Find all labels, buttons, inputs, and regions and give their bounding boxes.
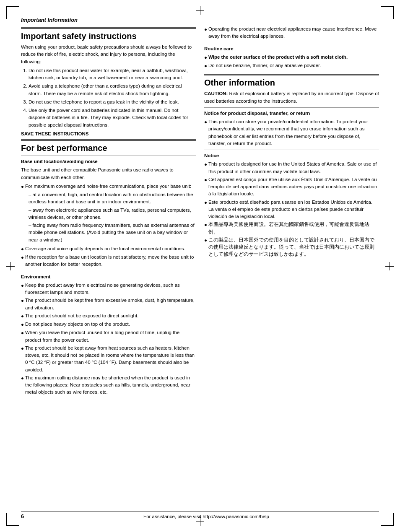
notice-bullet-2: ● Cet appareil est conçu pour être utili… [204, 176, 379, 198]
routine-bullet-2: ● Do not use benzine, thinner, or any ab… [204, 62, 379, 70]
safety-intro: When using your product, basic safety pr… [21, 44, 196, 65]
corner-mark-tr [381, 6, 394, 19]
other-information-title: Other information [204, 78, 379, 88]
corner-mark-tl [6, 6, 19, 19]
save-instructions: SAVE THESE INSTRUCTIONS [21, 130, 196, 138]
notice-bullet-1: ● This product is designed for use in th… [204, 161, 379, 175]
disposal-heading: Notice for product disposal, transfer, o… [204, 110, 379, 117]
dash-item-3: facing away from radio frequency transmi… [29, 222, 196, 244]
bullet-dot-1: ● [21, 183, 24, 190]
thin-rule-2 [21, 271, 196, 271]
bullet-dot-2: ● [21, 246, 24, 253]
left-column: Important safety instructions When using… [21, 26, 196, 397]
bullet-max-coverage: ● For maximum coverage and noise-free co… [21, 183, 196, 190]
caution-text: CAUTION: Risk of explosion if battery is… [204, 90, 379, 105]
two-col-layout: Important safety instructions When using… [21, 26, 379, 397]
env-bullet-6: ● The product should be kept away from h… [21, 345, 196, 374]
safety-item-4: Use only the power cord and batteries in… [29, 107, 196, 129]
thick-rule-2 [21, 139, 196, 141]
right-column: ● Operating the product near electrical … [204, 26, 379, 397]
thin-rule-4 [204, 107, 379, 108]
caution-bold: CAUTION: [204, 91, 228, 96]
footer-page-number: 6 [21, 513, 34, 519]
notice-bullet-3: ● Este producto está diseñado para usars… [204, 199, 379, 221]
safety-item-2: Avoid using a telephone (other than a co… [29, 83, 196, 97]
thick-rule-1 [21, 27, 196, 29]
disposal-bullet-1: ● This product can store your private/co… [204, 118, 379, 147]
notice-bullet-4: ● 本產品專為美國使用而設。若在其他國家銷售或使用，可能會違反當地法例。 [204, 221, 379, 236]
thick-rule-3 [204, 74, 379, 75]
best-performance-title: For best performance [21, 143, 196, 153]
safety-instructions-title: Important safety instructions [21, 31, 196, 41]
bullet-dot-3: ● [21, 254, 24, 268]
page: Important Information Important safety i… [0, 0, 400, 532]
dash-item-2: away from electronic appliances such as … [29, 207, 196, 221]
footer-text: For assistance, please visit http://www.… [34, 514, 379, 519]
safety-item-3: Do not use the telephone to report a gas… [29, 99, 196, 106]
base-unit-heading: Base unit location/avoiding noise [21, 158, 196, 165]
notice-bullet-5: ● この製品は、日本国外での使用を目的として設計されており、日本国内での使用は法… [204, 236, 379, 258]
bullet-reception: ● If the reception for a base unit locat… [21, 254, 196, 268]
thin-rule-3 [204, 43, 379, 43]
routine-care-heading: Routine care [204, 45, 379, 52]
corner-mark-br [381, 513, 394, 526]
env-bullet-5: ● When you leave the product unused for … [21, 329, 196, 344]
corner-mark-bl [6, 513, 19, 526]
dash-list: at a convenient, high, and central locat… [29, 191, 196, 244]
section-italic-title: Important Information [21, 17, 379, 23]
env-bullet-7: ● The maximum calling distance may be sh… [21, 374, 196, 396]
environment-heading: Environment [21, 273, 196, 280]
thin-rule-1 [21, 156, 196, 156]
base-unit-intro: The base unit and other compatible Panas… [21, 166, 196, 181]
cross-mark-left [6, 262, 15, 270]
cross-mark-top [196, 6, 204, 15]
bullet-coverage: ● Coverage and voice quality depends on … [21, 245, 196, 253]
safety-list: Do not use this product near water for e… [29, 67, 196, 129]
env-bullet-4: ● Do not place heavy objects on top of t… [21, 321, 196, 328]
cross-mark-right [385, 262, 394, 270]
safety-item-1: Do not use this product near water for e… [29, 67, 196, 82]
routine-bullet-1: ● Wipe the outer surface of the product … [204, 54, 379, 61]
notice-heading: Notice [204, 152, 379, 159]
dash-item-1: at a convenient, high, and central locat… [29, 191, 196, 206]
thin-rule-5 [204, 150, 379, 150]
env-bullet-3: ● The product should not be exposed to d… [21, 312, 196, 320]
env-bullet-1: ● Keep the product away from electrical … [21, 282, 196, 296]
continuing-bullet: ● Operating the product near electrical … [204, 26, 379, 40]
footer: 6 For assistance, please visit http://ww… [21, 511, 379, 519]
env-bullet-2: ● The product should be kept free from e… [21, 297, 196, 311]
